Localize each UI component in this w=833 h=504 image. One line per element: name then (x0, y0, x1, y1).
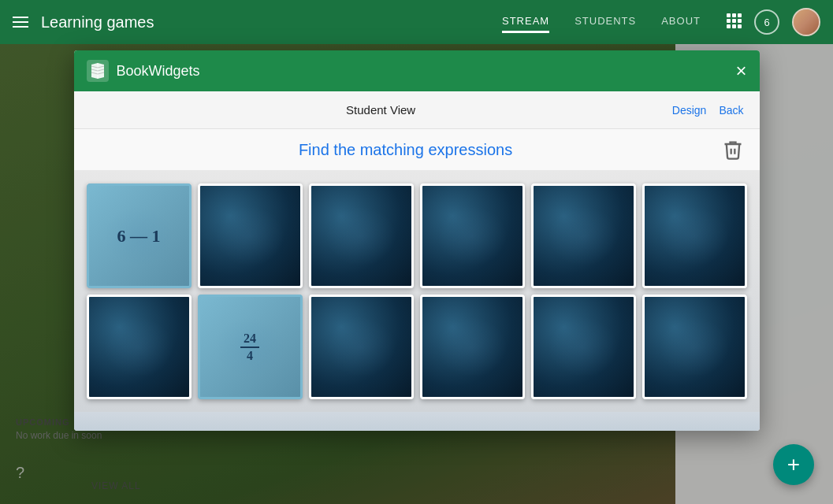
svg-rect-0 (727, 13, 731, 17)
nav-right-actions: 6 (726, 8, 820, 36)
top-navigation: Learning games STREAM STUDENTS ABOUT 6 (0, 0, 833, 44)
widget-title: Find the matching expressions (90, 141, 722, 159)
card-7[interactable] (87, 295, 192, 399)
svg-rect-8 (738, 24, 742, 28)
card-11[interactable] (531, 295, 636, 399)
tab-students[interactable]: STUDENTS (575, 15, 636, 30)
back-button[interactable]: Back (719, 104, 743, 117)
apps-icon[interactable] (726, 13, 742, 32)
modal-footer (74, 412, 760, 431)
card-12[interactable] (642, 295, 747, 399)
user-avatar[interactable] (792, 8, 820, 36)
svg-rect-1 (732, 13, 736, 17)
game-grid: 6 — 1 (74, 171, 760, 412)
notification-badge[interactable]: 6 (754, 9, 779, 35)
card-8-content: 24 4 (240, 332, 259, 363)
svg-rect-2 (738, 13, 742, 17)
nav-tabs: STREAM STUDENTS ABOUT (502, 15, 701, 30)
design-button[interactable]: Design (672, 104, 707, 117)
modal-subheader: Student View Design Back (74, 91, 760, 129)
svg-rect-5 (738, 19, 742, 23)
modal-close-button[interactable]: × (735, 61, 746, 80)
fab-add-button[interactable]: + (773, 444, 814, 485)
modal-overlay: BookWidgets × Student View Design Back F… (0, 44, 833, 504)
modal-title: BookWidgets (117, 63, 736, 80)
tab-stream[interactable]: STREAM (502, 15, 549, 30)
widget-title-bar: Find the matching expressions (74, 129, 760, 171)
modal-header: BookWidgets × (74, 50, 760, 91)
card-8[interactable]: 24 4 (198, 295, 303, 399)
svg-rect-6 (727, 24, 731, 28)
card-4[interactable] (420, 183, 525, 288)
app-title: Learning games (41, 13, 154, 32)
svg-rect-4 (732, 19, 736, 23)
delete-icon[interactable] (722, 139, 744, 161)
subheader-actions: Design Back (672, 104, 744, 117)
card-2[interactable] (198, 183, 303, 288)
bookwidgets-logo (87, 60, 109, 82)
card-1-content: 6 — 1 (117, 226, 161, 246)
card-3[interactable] (309, 183, 414, 288)
card-9[interactable] (309, 295, 414, 399)
card-6[interactable] (642, 183, 747, 288)
card-5[interactable] (531, 183, 636, 288)
card-10[interactable] (420, 295, 525, 399)
bookwidgets-modal: BookWidgets × Student View Design Back F… (74, 50, 760, 431)
hamburger-menu[interactable] (13, 17, 28, 28)
card-1[interactable]: 6 — 1 (87, 183, 192, 288)
student-view-title: Student View (90, 103, 672, 117)
tab-about[interactable]: ABOUT (661, 15, 701, 30)
svg-rect-7 (732, 24, 736, 28)
svg-rect-3 (727, 19, 731, 23)
